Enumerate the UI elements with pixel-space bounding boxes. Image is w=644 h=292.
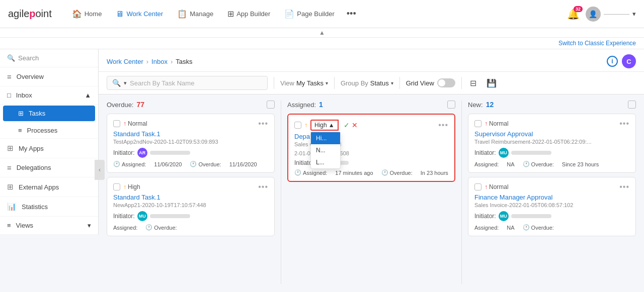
- breadcrumb-tasks: Tasks: [176, 58, 192, 65]
- sidebar-item-myapps[interactable]: ⊞ My Apps: [0, 139, 98, 158]
- new-col-checkbox[interactable]: [628, 101, 636, 109]
- initiator-label: Initiator:: [474, 213, 496, 220]
- groupby-selector[interactable]: Group By Status ▾: [341, 79, 393, 87]
- card-as1-checkbox[interactable]: [294, 122, 301, 129]
- home-icon: 🏠: [72, 9, 82, 19]
- card-nw1-dates: Assigned: NA 🕐 Overdue: Since 23 hours: [474, 161, 629, 167]
- initiator-avatar-mu: MU: [499, 148, 509, 158]
- priority-up-icon: ↑: [485, 120, 488, 127]
- sidebar-collapse-handle[interactable]: ‹: [95, 160, 105, 180]
- collapse-strip[interactable]: ▲: [0, 28, 644, 38]
- nav-home[interactable]: 🏠 Home: [66, 6, 108, 22]
- sidebar-search[interactable]: 🔍 Search: [0, 49, 98, 67]
- initiator-label: Initiator:: [113, 213, 135, 220]
- assigned-label: Assigned:: [474, 161, 499, 167]
- breadcrumb-workcenter[interactable]: Work Center: [107, 58, 143, 65]
- gridview-label: Grid View: [406, 79, 434, 87]
- sidebar-item-overview[interactable]: ≡ Overview: [0, 67, 98, 86]
- priority-option-normal[interactable]: N...: [311, 144, 340, 156]
- view-selector[interactable]: View My Tasks ▾: [280, 79, 328, 87]
- initiator-label: Initiator:: [113, 149, 135, 156]
- sidebar-item-processes[interactable]: ≡ Processes: [0, 123, 98, 139]
- user-menu-button[interactable]: 👤 ────── ▾: [586, 7, 636, 22]
- overdue-col-checkbox[interactable]: [267, 101, 275, 109]
- nav-appbuilder[interactable]: ⊞ App Builder: [221, 6, 276, 22]
- nav-workcenter[interactable]: 🖥 Work Center: [110, 7, 169, 22]
- card-nw1-menu[interactable]: •••: [619, 119, 629, 128]
- assigned-label: Assigned:: [474, 225, 499, 231]
- initiator-bar: [511, 151, 551, 155]
- sidebar-processes-label: Processes: [27, 127, 58, 134]
- sidebar-item-delegations[interactable]: ≡ Delegations: [0, 158, 98, 177]
- assigned-label: Assigned:: [113, 225, 137, 231]
- externalapps-icon: ⊞: [7, 182, 14, 191]
- overdue-clock-icon: 🕐: [190, 161, 197, 167]
- nav-workcenter-label: Work Center: [126, 10, 163, 18]
- logo: agilepoint: [8, 8, 52, 20]
- card-nw1-initiator: Initiator: MU: [474, 148, 629, 158]
- card-nw2-menu[interactable]: •••: [619, 182, 629, 191]
- sidebar-item-externalapps[interactable]: ⊞ External Apps: [0, 177, 98, 197]
- sidebar-item-inbox[interactable]: □ Inbox ▲: [0, 86, 98, 105]
- overdue-date: Since 23 hours: [562, 161, 599, 167]
- view-label: View: [280, 79, 294, 87]
- nav-manage[interactable]: 📋 Manage: [171, 6, 219, 22]
- priority-label: Normal: [489, 120, 509, 127]
- assigned-label: Assigned:: [303, 170, 327, 176]
- initiator-bar: [150, 151, 190, 155]
- card-ov1-priority: ↑ Normal: [123, 120, 147, 127]
- card-nw1-title[interactable]: Supervisor Approval: [474, 130, 629, 138]
- save-button[interactable]: 💾: [485, 76, 499, 90]
- kanban-col-assigned: Assigned: 1 ↑ High: [287, 101, 462, 284]
- sidebar-delegations-label: Delegations: [17, 164, 51, 171]
- card-ov2-dates: Assigned: 🕐 Overdue:: [113, 224, 268, 231]
- priority-arrow-icon: ↑: [304, 122, 307, 129]
- priority-confirm-button[interactable]: ✓: [344, 121, 350, 129]
- inbox-icon: □: [7, 91, 11, 99]
- search-icon: 🔍: [7, 54, 15, 62]
- nav-more-button[interactable]: •••: [343, 6, 360, 22]
- breadcrumb-inbox[interactable]: Inbox: [151, 58, 168, 65]
- card-ov2-menu[interactable]: •••: [258, 182, 268, 191]
- sidebar-item-statistics[interactable]: 📊 Statistics: [0, 197, 98, 217]
- sidebar-views-label: Views: [16, 222, 33, 229]
- priority-select-button[interactable]: High ▲: [310, 120, 339, 131]
- new-count: 12: [486, 101, 494, 109]
- info-button[interactable]: i: [607, 56, 618, 67]
- sidebar-item-tasks[interactable]: ⊞ Tasks: [3, 106, 95, 122]
- card-nw2: ↑ Normal ••• Finance Manager Approval Sa…: [468, 177, 636, 236]
- priority-cancel-button[interactable]: ✕: [352, 121, 358, 129]
- card-nw1-checkbox[interactable]: [474, 120, 481, 127]
- assigned-col-checkbox[interactable]: [447, 101, 455, 109]
- card-as1-menu[interactable]: •••: [438, 121, 448, 130]
- priority-option-high[interactable]: Hi...: [311, 132, 340, 144]
- notifications-button[interactable]: 🔔 32: [567, 8, 580, 20]
- assigned-date: 17 minutes ago: [335, 170, 373, 176]
- nav-pagebuilder[interactable]: 📄 Page Builder: [278, 6, 340, 22]
- views-icon: ≡: [7, 222, 11, 229]
- switch-link[interactable]: Switch to Classic Experience: [558, 40, 636, 47]
- gridview-toggle[interactable]: [437, 78, 455, 87]
- priority-option-low[interactable]: L...: [311, 156, 340, 168]
- filter-button[interactable]: ⊟: [468, 76, 478, 90]
- appbuilder-icon: ⊞: [227, 9, 234, 19]
- card-ov2-title[interactable]: Standard Task.1: [113, 193, 268, 201]
- sidebar: 🔍 Search ≡ Overview □ Inbox ▲ ⊞ Tasks: [0, 49, 99, 235]
- initiator-bar: [511, 214, 551, 218]
- user-c-button[interactable]: C: [622, 54, 636, 68]
- nav-items: 🏠 Home 🖥 Work Center 📋 Manage ⊞ App Buil…: [66, 6, 563, 22]
- card-ov1-checkbox[interactable]: [113, 120, 120, 127]
- card-ov1-title[interactable]: Standard Task.1: [113, 130, 268, 138]
- overdue-clock-icon: 🕐: [523, 224, 530, 231]
- card-nw2-title[interactable]: Finance Manager Approval: [474, 193, 629, 201]
- card-nw2-checkbox[interactable]: [474, 183, 481, 190]
- overdue-date: 11/16/2020: [229, 161, 257, 167]
- user-avatar: 👤: [586, 7, 601, 22]
- groupby-caret-icon: ▾: [391, 80, 393, 86]
- task-search-box[interactable]: 🔍 ▾ Search By Task Name: [107, 76, 268, 90]
- card-ov1-menu[interactable]: •••: [258, 119, 268, 128]
- sidebar-myapps-label: My Apps: [19, 145, 44, 152]
- sidebar-item-views[interactable]: ≡ Views ▾: [0, 217, 98, 235]
- card-ov2-checkbox[interactable]: [113, 183, 120, 190]
- priority-select-wrap: High ▲ Hi... N... L...: [310, 120, 339, 131]
